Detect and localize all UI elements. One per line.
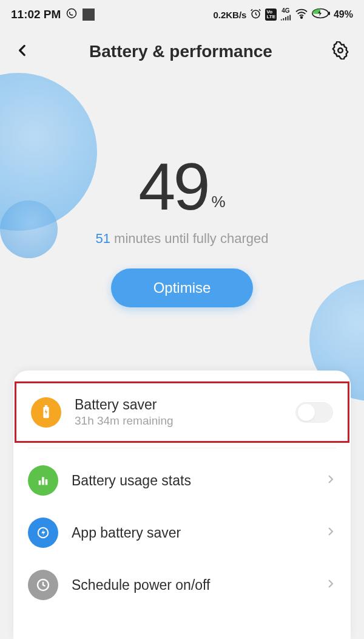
- charge-minutes: 51: [96, 231, 110, 246]
- battery-charging-icon: [312, 8, 330, 21]
- settings-card: Battery saver 31h 34m remaining Battery …: [13, 371, 351, 639]
- svg-rect-10: [46, 479, 48, 485]
- divider: [28, 448, 336, 448]
- settings-button[interactable]: [331, 41, 349, 62]
- svg-rect-7: [45, 405, 48, 406]
- app-saver-icon: [28, 518, 58, 548]
- chevron-right-icon: [325, 526, 336, 539]
- alarm-icon: [250, 8, 261, 22]
- row-schedule-power[interactable]: Schedule power on/off: [13, 559, 351, 611]
- schedule-title: Schedule power on/off: [72, 577, 312, 593]
- row-battery-saver[interactable]: Battery saver 31h 34m remaining: [16, 386, 348, 439]
- data-rate: 0.2KB/s: [213, 10, 246, 20]
- battery-saver-sub: 31h 34m remaining: [75, 414, 282, 428]
- highlight-battery-saver: Battery saver 31h 34m remaining: [15, 381, 349, 443]
- battery-percent: 49%: [334, 9, 353, 20]
- volte-icon: VoLTE: [265, 9, 277, 21]
- svg-rect-8: [39, 480, 41, 485]
- battery-hero: 49 % 51 minutes until fully charged Opti…: [0, 68, 364, 307]
- battery-saver-title: Battery saver: [75, 397, 282, 413]
- svg-point-0: [67, 9, 76, 18]
- back-button[interactable]: [15, 43, 30, 61]
- network-4g: 4G: [280, 8, 291, 21]
- status-time: 11:02 PM: [11, 8, 61, 21]
- page-title: Battery & performance: [89, 42, 272, 61]
- whatsapp-icon: [66, 7, 78, 22]
- app-notification-icon: [83, 9, 95, 21]
- stats-icon: [28, 465, 58, 496]
- row-usage-stats[interactable]: Battery usage stats: [13, 454, 351, 507]
- page-header: Battery & performance: [0, 29, 364, 68]
- status-bar: 11:02 PM 0.2KB/s VoLTE 4G 49%: [0, 0, 364, 29]
- row-app-battery-saver[interactable]: App battery saver: [13, 507, 351, 559]
- clock-icon: [28, 570, 58, 600]
- optimise-button[interactable]: Optimise: [111, 268, 254, 307]
- wifi-icon: [295, 8, 308, 21]
- svg-rect-4: [328, 12, 330, 15]
- chevron-right-icon: [325, 578, 336, 592]
- chevron-right-icon: [325, 474, 336, 487]
- svg-point-2: [301, 16, 303, 18]
- usage-stats-title: Battery usage stats: [72, 473, 312, 489]
- app-saver-title: App battery saver: [72, 525, 312, 541]
- battery-saver-icon: [31, 397, 61, 428]
- svg-point-5: [338, 48, 343, 53]
- percent-symbol: %: [212, 193, 226, 220]
- battery-percent-large: 49: [138, 153, 207, 220]
- charge-status-text: 51 minutes until fully charged: [0, 231, 364, 247]
- battery-saver-toggle[interactable]: [295, 402, 333, 423]
- svg-rect-9: [42, 477, 44, 485]
